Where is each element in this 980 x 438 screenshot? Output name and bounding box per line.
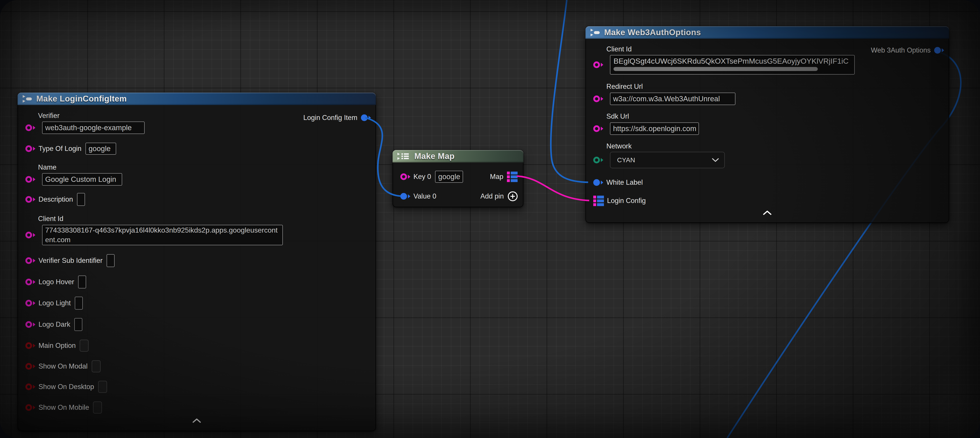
- client-id-label: Client Id: [606, 45, 632, 53]
- show-on-desktop-pin[interactable]: [25, 384, 35, 390]
- description-input[interactable]: [77, 193, 85, 206]
- wire-offscreen-to-whitelabel[interactable]: [551, 0, 588, 182]
- client-id-text: BEglQSgt4cUWcj6SKRdu5QkOXTsePmMcusG5EAoy…: [614, 57, 851, 65]
- logo-hover-pin[interactable]: [25, 279, 35, 285]
- white-label-pin[interactable]: [593, 179, 603, 186]
- wire-map-to-loginconfig[interactable]: [517, 176, 589, 201]
- show-on-modal-label: Show On Modal: [38, 362, 88, 370]
- show-on-desktop-row: Show On Desktop: [18, 381, 375, 393]
- name-label: Name: [38, 163, 57, 171]
- verifier-sub-identifier-input[interactable]: [107, 254, 115, 267]
- node-title: Make Web3AuthOptions: [604, 28, 701, 37]
- logo-dark-pin[interactable]: [25, 321, 35, 328]
- redirect-url-pin[interactable]: [593, 96, 603, 102]
- value0-pin[interactable]: [400, 193, 410, 200]
- network-dropdown[interactable]: CYAN: [610, 152, 725, 168]
- make-struct-icon: [590, 28, 601, 37]
- type-of-login-label: Type Of Login: [38, 145, 81, 153]
- make-map-icon: [397, 152, 411, 161]
- name-input[interactable]: Google Custom Login: [42, 173, 122, 186]
- type-of-login-input[interactable]: google: [86, 143, 116, 154]
- client-id-scrollbar[interactable]: [614, 67, 818, 71]
- map-output-pin[interactable]: [507, 172, 518, 182]
- client-id-input[interactable]: BEglQSgt4cUWcj6SKRdu5QkOXTsePmMcusG5EAoy…: [610, 55, 855, 75]
- verifier-sub-identifier-label: Verifier Sub Identifier: [38, 256, 103, 264]
- show-on-modal-row: Show On Modal: [18, 360, 375, 373]
- main-option-row: Main Option: [18, 339, 375, 352]
- add-pin-button[interactable]: Add pin: [480, 191, 518, 201]
- white-label-row: White Label: [586, 176, 949, 189]
- show-on-desktop-checkbox[interactable]: [98, 381, 107, 393]
- logo-hover-label: Logo Hover: [38, 278, 74, 286]
- value0-label: Value 0: [414, 192, 436, 200]
- network-label: Network: [606, 142, 632, 150]
- collapse-node-button[interactable]: [18, 419, 375, 423]
- login-config-item-output-pin[interactable]: [361, 115, 371, 121]
- show-on-desktop-label: Show On Desktop: [38, 383, 94, 391]
- output-pin-label: Web 3Auth Options: [871, 46, 931, 54]
- node-make-map[interactable]: Make Map Key 0 google Map Value 0 Add pi…: [393, 150, 523, 207]
- verifier-label: Verifier: [38, 112, 59, 120]
- redirect-url-label: Redirect Url: [606, 83, 643, 91]
- show-on-modal-pin[interactable]: [25, 363, 35, 370]
- redirect-url-input[interactable]: w3a://com.w3a.Web3AuthUnreal: [610, 92, 735, 105]
- sdk-url-input[interactable]: https://sdk.openlogin.com: [610, 123, 699, 135]
- logo-hover-row: Logo Hover: [18, 276, 375, 288]
- collapse-node-button[interactable]: [586, 210, 949, 215]
- show-on-mobile-label: Show On Mobile: [38, 403, 89, 411]
- logo-dark-label: Logo Dark: [38, 320, 70, 328]
- show-on-modal-checkbox[interactable]: [92, 360, 100, 372]
- login-config-row: Login Config: [586, 194, 949, 207]
- web3auth-options-output-pin[interactable]: [934, 47, 944, 54]
- description-row: Description: [18, 193, 375, 206]
- node-title: Make Map: [414, 151, 455, 161]
- node-make-loginconfigitem[interactable]: Make LoginConfigItem Login Config Item V…: [18, 92, 376, 431]
- node-make-web3authoptions[interactable]: Make Web3AuthOptions Web 3Auth Options C…: [585, 26, 949, 223]
- sdk-url-row: https://sdk.openlogin.com: [586, 122, 949, 135]
- node-title: Make LoginConfigItem: [36, 94, 127, 104]
- main-option-pin[interactable]: [25, 342, 35, 349]
- chevron-up-icon: [192, 419, 201, 423]
- logo-dark-row: Logo Dark: [18, 318, 375, 331]
- network-row: CYAN: [586, 152, 949, 168]
- client-id-row: 774338308167-q463s7kpvja16l4l0kko3nb925i…: [18, 225, 375, 245]
- logo-hover-input[interactable]: [78, 276, 86, 288]
- add-pin-label: Add pin: [480, 192, 504, 200]
- sdk-url-pin[interactable]: [593, 125, 603, 132]
- logo-light-pin[interactable]: [25, 300, 35, 306]
- value0-addpin-row: Value 0 Add pin: [393, 190, 523, 203]
- chevron-down-icon: [712, 158, 719, 162]
- login-config-pin[interactable]: [593, 196, 604, 206]
- show-on-mobile-checkbox[interactable]: [93, 401, 102, 414]
- output-pin-label: Login Config Item: [303, 114, 357, 122]
- type-of-login-row: Type Of Login google: [18, 142, 375, 155]
- verifier-pin[interactable]: [25, 124, 35, 131]
- logo-light-input[interactable]: [75, 297, 83, 310]
- main-option-checkbox[interactable]: [80, 339, 89, 352]
- node-header[interactable]: Make Map: [393, 150, 523, 162]
- key0-input[interactable]: google: [435, 171, 463, 183]
- description-label: Description: [38, 196, 73, 204]
- verifier-input[interactable]: web3auth-google-example: [42, 121, 145, 134]
- client-id-pin[interactable]: [25, 232, 35, 238]
- show-on-mobile-pin[interactable]: [25, 404, 35, 411]
- description-pin[interactable]: [25, 196, 35, 203]
- type-of-login-pin[interactable]: [25, 145, 35, 152]
- node-header[interactable]: Make Web3AuthOptions: [585, 26, 949, 39]
- login-config-label: Login Config: [607, 197, 646, 205]
- white-label-label: White Label: [606, 178, 643, 186]
- network-pin[interactable]: [593, 157, 603, 163]
- verifier-row: web3auth-google-example: [18, 121, 375, 134]
- logo-light-label: Logo Light: [38, 299, 71, 307]
- show-on-mobile-row: Show On Mobile: [18, 401, 375, 414]
- verifier-sub-identifier-pin[interactable]: [25, 257, 35, 264]
- blueprint-graph-canvas[interactable]: Make LoginConfigItem Login Config Item V…: [0, 0, 980, 438]
- client-id-pin[interactable]: [593, 61, 603, 68]
- name-pin[interactable]: [25, 176, 35, 183]
- make-struct-icon: [22, 95, 33, 103]
- logo-dark-input[interactable]: [74, 318, 82, 331]
- key0-pin[interactable]: [400, 174, 410, 180]
- name-row: Google Custom Login: [18, 173, 375, 185]
- client-id-input[interactable]: 774338308167-q463s7kpvja16l4l0kko3nb925i…: [42, 225, 283, 245]
- node-header[interactable]: Make LoginConfigItem: [18, 92, 376, 105]
